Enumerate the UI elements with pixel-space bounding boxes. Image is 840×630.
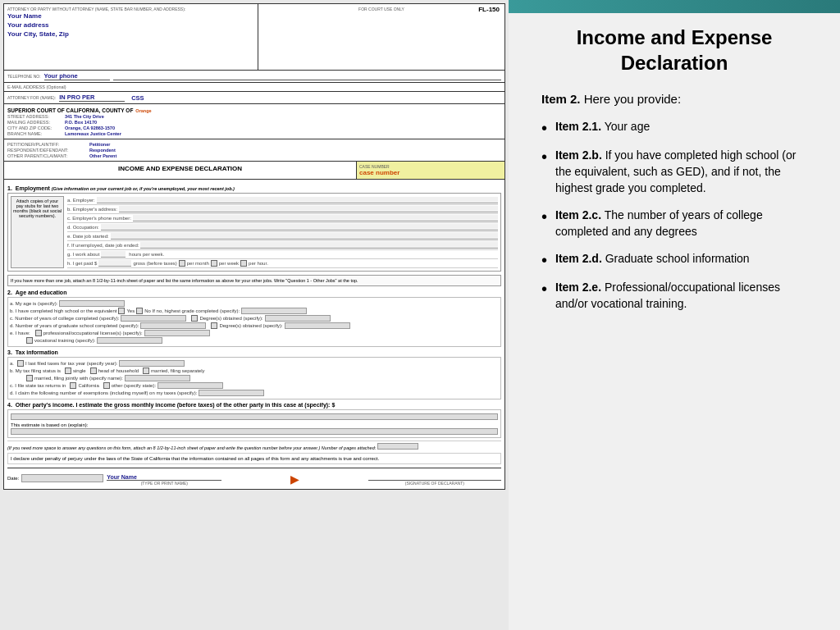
city-zip-row: CITY AND ZIP CODE: Orange, CA 92863-1570: [7, 126, 501, 130]
mailing-value: P.O. Box 14170: [65, 120, 97, 125]
email-label: E-MAIL ADDRESS (Optional): [7, 84, 66, 89]
right-panel-content: Income and Expense Declaration Item 2. H…: [541, 25, 807, 313]
item-bold: Item 2.c.: [555, 208, 601, 221]
signature-block: (SIGNATURE OF DECLARANT): [368, 471, 501, 486]
telephone-label: TELEPHONE NO:: [7, 74, 41, 79]
tax-row-c: c. I file state tax returns in Californi…: [10, 382, 499, 389]
attorney-for-value: IN PRO PER: [59, 94, 125, 102]
respondent-label: RESPONDENT/DEFENDANT:: [7, 148, 89, 153]
emp-row-c: c. Employer's phone number:: [67, 214, 498, 223]
bullet-text: Item 2.b. If you have completed high sch…: [555, 148, 807, 196]
list-item: • Item 2.c. The number of years of colle…: [541, 208, 807, 240]
age-row-a: a. My age is (specify):: [10, 300, 499, 307]
branch-row: BRANCH NAME: Lamoreaux Justice Center: [7, 131, 501, 136]
form-container: FL-150 ATTORNEY OR PARTY WITHOUT ATTORNE…: [3, 3, 505, 490]
item-bold: Item 2.e.: [555, 281, 601, 294]
arrow-icon: ▶: [290, 472, 299, 486]
tax-row-c1: married, filing jointly with (specify na…: [26, 375, 499, 381]
title-bar: INCOME AND EXPENSE DECLARATION CASE NUMB…: [4, 162, 504, 180]
petitioner-label: PETITIONER/PLAINTIFF:: [7, 142, 89, 147]
bullet-text: Item 2.1. Your age: [555, 119, 650, 135]
sig-name: Your Name: [107, 474, 221, 481]
age-row-e2: vocational training (specify):: [26, 337, 499, 344]
employer-fields: a. Employer: b. Employer's address: c. E…: [67, 196, 498, 268]
sig-section: Your Name (TYPE OR PRINT NAME) ▶ (SIGNAT…: [107, 471, 501, 486]
main-title: Income and Expense Declaration: [541, 25, 807, 75]
section4-title: Other party's income.: [16, 402, 75, 408]
branch-value: Lamoreaux Justice Center: [65, 131, 121, 136]
item2-intro-bold: Item 2.: [541, 92, 581, 106]
date-field: Date:: [7, 471, 103, 486]
space-note: (If you need more space to answer any qu…: [7, 441, 501, 450]
date-label: Date:: [7, 476, 19, 481]
bullet-text: Item 2.c. The number of years of college…: [555, 208, 807, 240]
section4-sub: This estimate is based on (explain):: [11, 422, 498, 427]
attorney-for-label: ATTORNEY FOR (Name):: [7, 95, 56, 100]
employment-section: Attach copies of your pay stubs for last…: [7, 193, 501, 272]
section4-text: I estimate the gross monthly income (bef…: [75, 402, 335, 408]
age-edu-header: 2. Age and education: [7, 290, 501, 295]
css-label: CSS: [131, 94, 144, 102]
court-title: SUPERIOR COURT OF CALIFORNIA, COUNTY OF: [7, 107, 133, 113]
street-value: 341 The City Drive: [65, 114, 104, 119]
tax-section: a. I last filed taxes for tax year (spec…: [7, 357, 501, 399]
list-item: • Item 2.b. If you have completed high s…: [541, 148, 807, 196]
other-income-header: 4. Other party's income. I estimate the …: [7, 402, 501, 408]
for-court-use-label: FOR COURT USE ONLY: [261, 7, 502, 11]
signature-label: (SIGNATURE OF DECLARANT): [368, 481, 501, 486]
list-item: • Item 2.d. Graduate school information: [541, 251, 807, 268]
attorney-city: Your City, State, Zip: [7, 30, 254, 39]
attorney-box: ATTORNEY OR PARTY WITHOUT ATTORNEY (Name…: [4, 4, 258, 70]
right-panel: Income and Expense Declaration Item 2. H…: [509, 0, 840, 630]
tax-row-d: d. I claim the following number of exemp…: [10, 390, 499, 396]
bullet-dot: •: [541, 208, 547, 225]
bullet-list: • Item 2.1. Your age • Item 2.b. If you …: [541, 119, 807, 312]
age-row-d: d. Number of years of graduate school co…: [10, 322, 499, 329]
bullet-dot: •: [541, 252, 547, 268]
emp-row-d: d. Occupation:: [67, 223, 498, 232]
signature-area: Date: Your Name (TYPE OR PRINT NAME) ▶ (…: [7, 468, 501, 486]
case-number-value: case number: [359, 169, 502, 176]
left-panel: FL-150 ATTORNEY OR PARTY WITHOUT ATTORNE…: [0, 0, 509, 630]
other-parent-row: OTHER PARENT/CLAIMANT: Other Parent: [7, 153, 501, 158]
intro-text: Item 2. Here you provide:: [541, 92, 807, 106]
case-number-box: CASE NUMBER case number: [357, 162, 504, 179]
bullet-dot: •: [541, 148, 547, 165]
section3-num: 3.: [7, 349, 12, 355]
other-parent-value: Other Parent: [89, 153, 116, 158]
emp-row-e: e. Date job started:: [67, 232, 498, 241]
arrow-block: ▶: [228, 472, 361, 486]
court-use-box: FOR COURT USE ONLY: [258, 4, 504, 70]
tax-row-b: b. My tax filing status is single head o…: [10, 368, 499, 374]
bullet-text: Item 2.e. Professional/occupational lice…: [555, 280, 807, 312]
item-bold: Item 2.1.: [555, 120, 601, 133]
emp-row-b: b. Employer's address:: [67, 205, 498, 214]
attorney-address: Your address: [7, 21, 254, 30]
age-row-b: b. I have completed high school or the e…: [10, 308, 499, 314]
tax-header: 3. Tax information: [7, 349, 501, 355]
employment-note: (Give information on your current job or…: [52, 186, 235, 191]
emp-row-h: h. I get paid $ gross (before taxes) per…: [67, 259, 498, 268]
list-item: • Item 2.1. Your age: [541, 119, 807, 136]
item-bold: Item 2.b.: [555, 148, 602, 162]
date-input-line: [21, 474, 103, 482]
teal-bar: [509, 0, 840, 13]
section4-num: 4.: [7, 402, 12, 408]
bullet-dot: •: [541, 120, 547, 136]
age-row-e1: e. I have: professional/occupational lic…: [10, 330, 499, 336]
petitioner-value: Petitioner: [89, 142, 110, 147]
court-title-row: SUPERIOR COURT OF CALIFORNIA, COUNTY OF …: [7, 107, 501, 113]
court-section: SUPERIOR COURT OF CALIFORNIA, COUNTY OF …: [4, 104, 504, 139]
form-id-label: FL-150: [478, 6, 500, 13]
age-edu-section: a. My age is (specify): b. I have comple…: [7, 297, 501, 347]
other-parent-label: OTHER PARENT/CLAIMANT:: [7, 153, 89, 158]
branch-label: BRANCH NAME:: [7, 131, 65, 136]
section3-title: Tax information: [16, 349, 58, 355]
emp-row-g: g. I work about hours per week.: [67, 250, 498, 259]
emp-row-f: f. If unemployed, date job ended:: [67, 241, 498, 250]
list-item: • Item 2.e. Professional/occupational li…: [541, 280, 807, 312]
pay-stubs-note: Attach copies of your pay stubs for last…: [11, 196, 64, 268]
attorney-name: Your Name: [7, 11, 254, 21]
city-zip-label: CITY AND ZIP CODE:: [7, 126, 65, 130]
employment-title: Employment: [16, 185, 50, 191]
